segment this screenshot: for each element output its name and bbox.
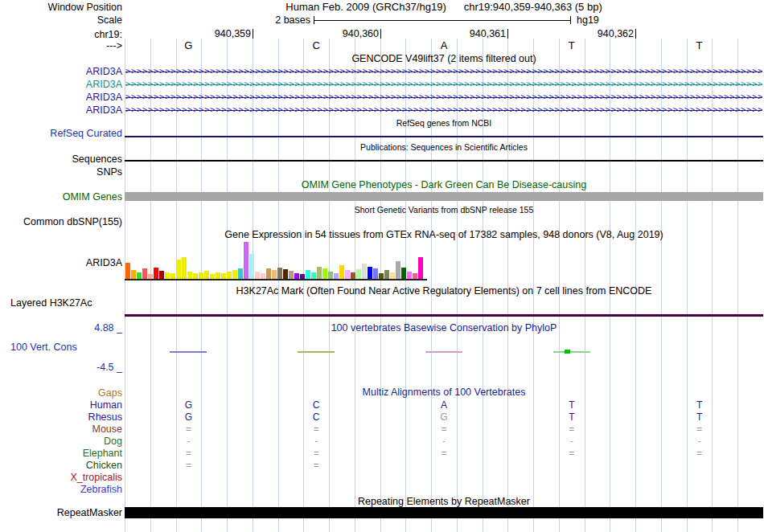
gtex-tissue-bar[interactable] — [249, 254, 254, 279]
gtex-tissue-bar[interactable] — [170, 273, 175, 279]
gtex-tissue-bar[interactable] — [407, 272, 412, 279]
gtex-tissue-bar[interactable] — [199, 272, 203, 279]
track-title-gencode[interactable]: GENCODE V49lift37 (2 items filtered out) — [125, 53, 763, 64]
gtex-tissue-bar[interactable] — [396, 261, 400, 279]
track-label-phylop[interactable]: 100 Vert. Cons — [10, 342, 77, 353]
gtex-tissue-bar[interactable] — [154, 268, 158, 279]
track-title-gtex[interactable]: Gene Expression in 54 tissues from GTEx … — [125, 229, 763, 240]
track-label-dbsnp[interactable]: Common dbSNP(155) — [0, 216, 122, 227]
track-title-refseq[interactable]: RefSeq genes from NCBI — [125, 118, 763, 128]
gtex-tissue-bar[interactable] — [351, 272, 355, 279]
species-label-rhesus[interactable]: Rhesus — [0, 411, 122, 423]
gtex-tissue-bar[interactable] — [373, 268, 378, 279]
gtex-tissue-bar[interactable] — [413, 273, 417, 279]
track-label-snps[interactable]: SNPs — [0, 166, 122, 178]
gtex-tissue-bar[interactable] — [125, 263, 130, 279]
track-label-repeatmasker[interactable]: RepeatMasker — [0, 507, 122, 518]
gtex-tissue-bar[interactable] — [311, 272, 316, 279]
species-label-zebrafish[interactable]: Zebrafish — [0, 484, 122, 495]
gtex-tissue-bar[interactable] — [142, 268, 147, 279]
gtex-tissue-bar[interactable] — [131, 270, 136, 279]
track-label-h3k27ac[interactable]: Layered H3K27Ac — [10, 297, 92, 309]
species-label-human[interactable]: Human — [0, 399, 122, 411]
gtex-tissue-bar[interactable] — [266, 268, 271, 279]
gtex-tissue-bar[interactable] — [244, 242, 249, 279]
gtex-tissue-bar[interactable] — [317, 267, 322, 279]
gene-label-arid3a[interactable]: ARID3A — [0, 92, 122, 103]
gtex-tissue-bar[interactable] — [334, 273, 339, 279]
track-title-publications[interactable]: Publications: Sequences in Scientific Ar… — [125, 142, 763, 152]
gtex-tissue-bar[interactable] — [384, 270, 389, 279]
species-label-x_tropicalis[interactable]: X_tropicalis — [0, 472, 122, 483]
species-label-dog[interactable]: Dog — [0, 436, 122, 447]
species-label-mouse[interactable]: Mouse — [0, 424, 122, 435]
species-label-gaps[interactable]: Gaps — [0, 387, 122, 399]
gtex-tissue-bar[interactable] — [379, 273, 384, 279]
track-label-omim-genes[interactable]: OMIM Genes — [0, 191, 122, 203]
gtex-tissue-bar[interactable] — [216, 272, 220, 279]
gtex-expression-chart[interactable] — [125, 242, 429, 279]
gtex-tissue-bar[interactable] — [238, 268, 243, 279]
gtex-tissue-bar[interactable] — [328, 272, 333, 279]
repeatmasker-item[interactable] — [125, 507, 763, 518]
gtex-tissue-bar[interactable] — [322, 268, 327, 279]
gtex-tissue-bar[interactable] — [277, 268, 282, 279]
gene-label-arid3a[interactable]: ARID3A — [0, 66, 122, 77]
h3k27ac-signal[interactable] — [125, 314, 763, 317]
gtex-tissue-bar[interactable] — [176, 260, 181, 279]
gtex-tissue-bar[interactable] — [232, 270, 237, 279]
gtex-tissue-bar[interactable] — [289, 271, 294, 279]
gtex-tissue-bar[interactable] — [165, 272, 170, 279]
gtex-tissue-bar[interactable] — [221, 273, 226, 279]
gtex-tissue-bar[interactable] — [193, 273, 198, 279]
gtex-tissue-bar[interactable] — [261, 273, 265, 279]
gtex-tissue-bar[interactable] — [306, 270, 310, 279]
track-title-repeatmasker[interactable]: Repeating Elements by RepeatMasker — [125, 496, 763, 507]
gene-model-arrows[interactable]: >>>>>>>>>>>>>>>>>>>>>>>>>>>>>>>>>>>>>>>>… — [125, 79, 762, 90]
gene-model-arrows[interactable]: >>>>>>>>>>>>>>>>>>>>>>>>>>>>>>>>>>>>>>>>… — [125, 66, 762, 77]
sequence-base: T — [562, 40, 581, 51]
gtex-tissue-bar[interactable] — [401, 268, 406, 279]
conservation-mark[interactable] — [298, 351, 335, 353]
gtex-tissue-bar[interactable] — [137, 272, 142, 279]
gene-model-arrows[interactable]: >>>>>>>>>>>>>>>>>>>>>>>>>>>>>>>>>>>>>>>>… — [125, 104, 762, 116]
track-label-gtex-gene[interactable]: ARID3A — [0, 257, 122, 268]
gtex-tissue-bar[interactable] — [187, 272, 192, 279]
gtex-tissue-bar[interactable] — [362, 264, 367, 279]
gtex-tissue-bar[interactable] — [255, 272, 260, 279]
track-title-phylop[interactable]: 100 vertebrates Basewise Conservation by… — [125, 322, 763, 334]
gtex-tissue-bar[interactable] — [159, 271, 164, 279]
refseq-curated-item[interactable] — [125, 136, 763, 137]
gtex-tissue-bar[interactable] — [182, 257, 187, 279]
conservation-peak[interactable] — [565, 350, 570, 354]
gene-model-arrows[interactable]: >>>>>>>>>>>>>>>>>>>>>>>>>>>>>>>>>>>>>>>>… — [125, 92, 762, 103]
gtex-tissue-bar[interactable] — [356, 269, 361, 279]
track-title-multiz[interactable]: Multiz Alignments of 100 Vertebrates — [125, 387, 763, 398]
sequences-item[interactable] — [125, 160, 763, 162]
track-title-dbsnp[interactable]: Short Genetic Variants from dbSNP releas… — [125, 205, 763, 215]
gtex-tissue-bar[interactable] — [283, 269, 288, 279]
gtex-tissue-bar[interactable] — [227, 272, 232, 279]
scale-value: 2 bases — [241, 14, 310, 26]
gtex-tissue-bar[interactable] — [272, 270, 277, 279]
gtex-tissue-bar[interactable] — [294, 273, 299, 279]
gene-label-arid3a[interactable]: ARID3A — [0, 79, 122, 90]
gtex-tissue-bar[interactable] — [418, 257, 423, 279]
gtex-tissue-bar[interactable] — [390, 272, 395, 279]
gtex-tissue-bar[interactable] — [204, 271, 209, 279]
species-label-chicken[interactable]: Chicken — [0, 460, 122, 471]
conservation-mark[interactable] — [425, 351, 462, 353]
track-label-sequences[interactable]: Sequences — [0, 153, 122, 165]
gtex-tissue-bar[interactable] — [345, 270, 350, 279]
gtex-tissue-bar[interactable] — [339, 265, 344, 279]
track-label-refseq-curated[interactable]: RefSeq Curated — [0, 128, 122, 139]
conservation-mark[interactable] — [553, 351, 590, 353]
track-title-h3k27ac[interactable]: H3K27Ac Mark (Often Found Near Active Re… — [125, 285, 763, 297]
species-label-elephant[interactable]: Elephant — [0, 448, 122, 459]
gtex-tissue-bar[interactable] — [368, 267, 372, 279]
conservation-mark[interactable] — [170, 351, 207, 353]
coordinate-label: 940,361 — [442, 29, 506, 39]
track-title-omim[interactable]: OMIM Gene Phenotypes - Dark Green Can Be… — [125, 179, 763, 190]
omim-gene-item[interactable] — [125, 192, 763, 201]
gene-label-arid3a[interactable]: ARID3A — [0, 104, 122, 116]
